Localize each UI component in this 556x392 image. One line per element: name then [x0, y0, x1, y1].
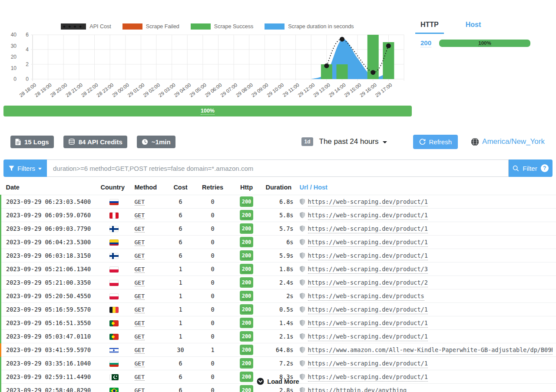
flag-ru-icon[interactable]	[109, 199, 119, 205]
url-link[interactable]: https://web-scraping.dev/product/1	[308, 197, 428, 206]
legend-item-scrape-duration[interactable]: Scrape duration in seconds	[265, 23, 354, 30]
flag-be-icon[interactable]	[109, 307, 119, 313]
log-row[interactable]: 2023-09-29 05:21:06.1340 GET 1 0 200 1.8…	[1, 262, 556, 276]
tab-host[interactable]: Host	[460, 21, 486, 34]
http-status-badge[interactable]: 200	[240, 264, 254, 274]
flag-pl-icon[interactable]	[109, 266, 119, 272]
log-row[interactable]: 2023-09-29 03:35:16.1040 GET 6 0 200 7.2…	[1, 357, 556, 370]
http-status-badge[interactable]: 200	[240, 250, 254, 261]
method-link[interactable]: GET	[135, 387, 145, 392]
http-status-badge[interactable]: 200	[240, 196, 254, 207]
flag-fi-icon[interactable]	[109, 226, 119, 232]
log-row[interactable]: 2023-09-29 03:41:59.5970 GET 30 1 200 64…	[1, 343, 556, 357]
filters-dropdown-button[interactable]: Filters	[3, 159, 47, 177]
url-link[interactable]: https://web-scraping.dev/product/1	[308, 224, 428, 233]
time-range-dropdown[interactable]: The past 24 hours	[319, 137, 387, 146]
tab-http[interactable]: HTTP	[415, 21, 444, 34]
http-status-badge[interactable]: 200	[240, 385, 254, 392]
url-link[interactable]: https://httpbin.dev/anything	[308, 386, 407, 392]
url-link[interactable]: https://web-scraping.dev/products	[308, 292, 424, 301]
api-cost-point[interactable]	[324, 63, 329, 68]
http-status-badge[interactable]: 200	[240, 318, 254, 328]
flag-fi-icon[interactable]	[109, 253, 119, 259]
http-status-badge[interactable]: 200	[240, 291, 254, 301]
shield-icon	[300, 360, 305, 366]
api-cost-point[interactable]	[386, 43, 391, 48]
api-cost-point[interactable]	[340, 37, 344, 42]
legend-item-scrape-success[interactable]: Scrape Success	[191, 23, 253, 30]
method-link[interactable]: GET	[135, 199, 145, 206]
log-row[interactable]: 2023-09-29 05:16:51.3550 GET 1 0 200 1.4…	[1, 316, 556, 330]
http-status-badge[interactable]: 200	[240, 210, 254, 220]
method-link[interactable]: GET	[135, 360, 145, 367]
log-row[interactable]: 2023-09-29 05:03:47.0110 GET 1 0 200 2.1…	[1, 330, 556, 343]
method-link[interactable]: GET	[135, 252, 145, 259]
url-link[interactable]: https://web-scraping.dev/product/3	[308, 265, 428, 274]
http-status-badge[interactable]: 200	[240, 237, 254, 247]
method-link[interactable]: GET	[135, 320, 145, 327]
http-status-badge[interactable]: 200	[240, 358, 254, 369]
method-link[interactable]: GET	[135, 306, 145, 313]
log-table: Date Country Method Cost Retries Http Du…	[0, 182, 556, 392]
method-link[interactable]: GET	[135, 293, 145, 300]
legend-item-api-cost[interactable]: ++++ API Cost	[61, 23, 111, 30]
success-rate-percent[interactable]: 100%	[201, 108, 215, 115]
url-link[interactable]: https://web-scraping.dev/product/1	[308, 332, 428, 341]
url-link[interactable]: https://web-scraping.dev/product/1	[308, 251, 428, 260]
url-link[interactable]: https://web-scraping.dev/product/1	[308, 305, 428, 314]
url-link[interactable]: https://web-scraping.dev/product/1	[308, 238, 428, 247]
apply-filter-button[interactable]: Filter ?	[509, 159, 553, 177]
retries-value: 1	[195, 343, 231, 357]
flag-bg-icon[interactable]	[109, 361, 119, 367]
http-status-badge[interactable]: 200	[240, 345, 254, 355]
success-bar[interactable]	[337, 64, 348, 79]
svg-text:29 15:00: 29 15:00	[343, 82, 362, 98]
svg-text:0: 0	[13, 76, 17, 82]
timezone-selector[interactable]: America/New_York	[471, 137, 545, 146]
log-row[interactable]: 2023-09-29 06:03:18.3150 GET 6 0 200 5.9…	[1, 249, 556, 262]
log-row[interactable]: 2023-09-29 06:09:03.7790 GET 6 0 200 5.7…	[1, 222, 556, 236]
log-row[interactable]: 2023-09-29 06:09:59.0760 GET 6 0 200 5.8…	[1, 209, 556, 222]
http-status-badge[interactable]: 200	[240, 277, 254, 288]
flag-pl-icon[interactable]	[109, 293, 119, 299]
method-link[interactable]: GET	[135, 239, 145, 246]
url-link[interactable]: https://web-scraping.dev/product/1	[308, 319, 428, 328]
scrape-activity-chart: 010203040024628 18:0028 19:0028 20:0028 …	[0, 0, 415, 104]
flag-br-icon[interactable]	[109, 388, 119, 392]
http-status-badge[interactable]: 200	[240, 223, 254, 234]
flag-co-icon[interactable]	[109, 239, 119, 246]
flag-pl-icon[interactable]	[109, 280, 119, 286]
shield-icon	[300, 226, 305, 232]
log-row[interactable]: 2023-09-29 06:04:23.5300 GET 6 0 200 6s …	[1, 236, 556, 249]
log-row[interactable]: 2023-09-29 05:16:59.5570 GET 1 0 200 0.5…	[1, 303, 556, 316]
log-row[interactable]: 2023-09-29 06:23:03.5400 GET 6 0 200 6.8…	[1, 195, 556, 209]
legend-item-scrape-failed[interactable]: Scrape Failed	[122, 23, 179, 30]
method-link[interactable]: GET	[135, 212, 145, 219]
flag-pt-icon[interactable]	[109, 334, 119, 340]
log-row[interactable]: 2023-09-29 05:21:00.3350 GET 1 0 200 2.4…	[1, 276, 556, 289]
method-link[interactable]: GET	[135, 226, 145, 233]
url-link[interactable]: https://web-scraping.dev/product/1	[308, 211, 428, 220]
flag-il-icon[interactable]	[109, 347, 119, 353]
url-link[interactable]: https://web-scraping.dev/product/1	[308, 359, 428, 368]
method-link[interactable]: GET	[135, 266, 145, 273]
url-link[interactable]: https://www.amazon.com/All-new-Kindle-Pa…	[308, 345, 553, 355]
method-link[interactable]: GET	[135, 347, 145, 354]
legend-label: Scrape Failed	[146, 23, 179, 30]
http-200-percent[interactable]: 100%	[478, 40, 491, 46]
flag-pe-icon[interactable]	[109, 213, 119, 219]
header-url-host-toggle[interactable]: Url / Host	[296, 182, 556, 195]
method-link[interactable]: GET	[135, 279, 145, 286]
flag-pt-icon[interactable]	[109, 320, 119, 326]
load-more-button[interactable]: Load More	[0, 378, 556, 385]
http-status-badge[interactable]: 200	[240, 304, 254, 315]
filter-help-icon[interactable]: ?	[541, 164, 549, 172]
http-status-badge[interactable]: 200	[240, 331, 254, 342]
method-link[interactable]: GET	[135, 333, 145, 340]
url-link[interactable]: https://web-scraping.dev/product/2	[308, 278, 428, 287]
refresh-button[interactable]: Refresh	[413, 135, 458, 149]
http-code-200-link[interactable]: 200	[420, 39, 431, 47]
filter-query-input[interactable]	[47, 159, 509, 177]
api-cost-point[interactable]	[371, 70, 375, 75]
log-row[interactable]: 2023-09-29 05:20:50.4550 GET 1 0 200 2s …	[1, 289, 556, 303]
